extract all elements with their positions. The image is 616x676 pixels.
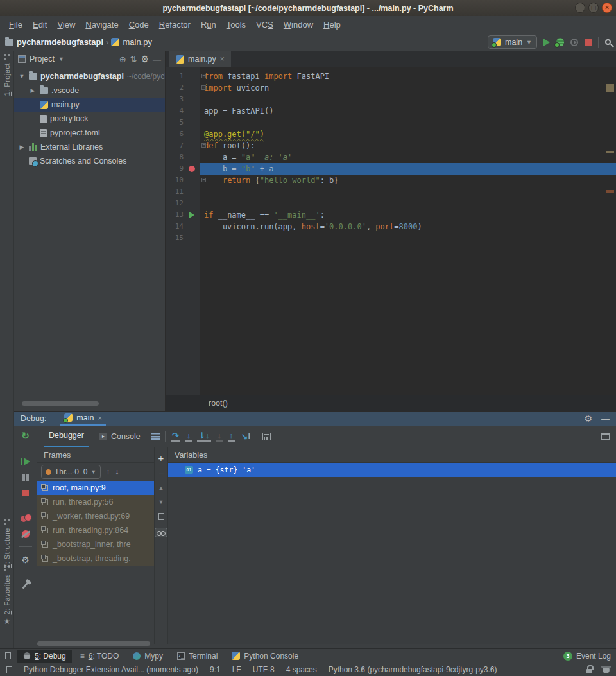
chevron-right-icon[interactable]: ▶ xyxy=(18,144,26,150)
chevron-down-icon[interactable]: ▼ xyxy=(58,56,64,62)
next-frame-icon[interactable]: ↓ xyxy=(115,467,119,476)
fold-icon[interactable]: − xyxy=(201,143,206,148)
duplicate-watch-icon[interactable] xyxy=(158,513,164,520)
menu-item-file[interactable]: File xyxy=(4,17,28,32)
thread-dropdown[interactable]: Thr...-0_0 ▼ xyxy=(41,465,101,479)
project-title[interactable]: Project xyxy=(30,55,55,64)
rerun-icon[interactable]: ↻ xyxy=(21,431,30,440)
gutter-line-12[interactable]: 12 xyxy=(166,198,200,209)
code-line[interactable]: 7−def root(): xyxy=(166,140,616,152)
step-out-icon[interactable]: ↑ xyxy=(228,431,235,442)
coverage-button[interactable] xyxy=(570,39,578,46)
editor-breadcrumb-item[interactable]: root() xyxy=(209,399,228,408)
gutter-line-7[interactable]: 7− xyxy=(166,140,200,152)
view-breakpoints-icon[interactable] xyxy=(21,514,31,522)
gutter-line-5[interactable]: 5 xyxy=(166,117,200,128)
locate-icon[interactable]: ⊕ xyxy=(119,55,126,64)
menu-item-help[interactable]: Help xyxy=(318,17,346,32)
debug-button[interactable] xyxy=(556,38,564,46)
hide-panel-icon[interactable]: — xyxy=(153,55,161,64)
stripe-favorites-button[interactable]: 2: Favorites ★ xyxy=(0,565,14,626)
code-line[interactable]: 6@app.get("/") xyxy=(166,128,616,140)
menu-item-run[interactable]: Run xyxy=(196,17,221,32)
frame-row[interactable]: run, thread.py:56 xyxy=(37,495,154,509)
gutter-line-3[interactable]: 3 xyxy=(166,94,200,105)
chevron-down-icon[interactable]: ▼ xyxy=(18,73,26,80)
close-button[interactable]: ✕ xyxy=(602,3,612,13)
title-bar[interactable]: pycharmdebugfastapi [~/code/pycharmdebug… xyxy=(0,0,616,16)
lock-icon[interactable] xyxy=(586,669,592,673)
collapse-all-icon[interactable]: ⇅ xyxy=(130,55,137,64)
fold-icon[interactable]: − xyxy=(201,74,206,78)
tool-window-toggle-icon[interactable] xyxy=(6,666,12,673)
gear-icon[interactable]: ⚙ xyxy=(141,55,149,64)
step-into-my-code-icon[interactable]: ⇂↓ xyxy=(197,431,210,442)
gutter-line-8[interactable]: 8 xyxy=(166,152,200,163)
search-icon[interactable] xyxy=(605,39,611,45)
code-editor[interactable]: 1−from fastapi import FastAPI2−import uv… xyxy=(166,67,616,395)
evaluate-expression-icon[interactable] xyxy=(262,433,271,440)
restore-layout-icon[interactable] xyxy=(601,433,610,440)
gutter-line-1[interactable]: 1− xyxy=(166,71,200,82)
python-interpreter[interactable]: Python 3.6 (pycharmdebugfastapi-9cdjtyrg… xyxy=(329,665,497,674)
fold-icon[interactable]: − xyxy=(201,178,206,182)
code-line[interactable]: 10− return {"hello world": b} xyxy=(166,175,616,186)
gutter-line-14[interactable]: 14 xyxy=(166,221,200,232)
stop-icon[interactable] xyxy=(22,490,29,496)
gutter-line-11[interactable]: 11 xyxy=(166,186,200,198)
close-icon[interactable]: × xyxy=(220,55,225,64)
stripe-project-button[interactable]: 1: Project xyxy=(0,54,14,96)
editor-tab-mainpy[interactable]: main.py × xyxy=(169,51,231,67)
toolwindow-button-6-todo[interactable]: ≡6: TODO xyxy=(74,650,125,663)
frame-row[interactable]: run, threading.py:864 xyxy=(37,523,154,537)
pin-icon[interactable] xyxy=(22,582,28,589)
error-stripe-breakpoint-dash[interactable] xyxy=(606,190,614,193)
add-watch-icon[interactable]: + xyxy=(158,454,164,463)
frame-row[interactable]: _bootstrap_inner, thre xyxy=(37,537,154,551)
show-watches-icon[interactable] xyxy=(155,528,167,537)
menu-item-refactor[interactable]: Refactor xyxy=(154,17,196,32)
code-line[interactable]: 9 b = "b" + a xyxy=(166,163,616,175)
code-line[interactable]: 8 a = "a" a: 'a' xyxy=(166,152,616,163)
tab-console[interactable]: ▸ Console xyxy=(94,426,146,447)
resume-icon[interactable] xyxy=(21,458,30,465)
code-line[interactable]: 15 xyxy=(166,232,616,244)
error-stripe-warning-dash[interactable] xyxy=(606,151,614,153)
menu-item-view[interactable]: View xyxy=(52,17,80,32)
minimize-button[interactable]: — xyxy=(575,3,585,13)
run-to-cursor-icon[interactable]: ↘I xyxy=(240,432,252,441)
toolwindow-button-python-console[interactable]: Python Console xyxy=(226,650,304,663)
menu-item-code[interactable]: Code xyxy=(124,17,154,32)
tree-item--vscode[interactable]: ▶.vscode xyxy=(14,83,165,98)
breakpoint-icon[interactable] xyxy=(189,166,195,172)
menu-item-navigate[interactable]: Navigate xyxy=(80,17,123,32)
gutter-line-9[interactable]: 9 xyxy=(166,163,200,175)
chevron-right-icon[interactable]: ▶ xyxy=(29,87,37,94)
fold-icon[interactable]: − xyxy=(201,85,206,90)
inspections-profile-icon[interactable] xyxy=(603,666,610,673)
tree-item-main-py[interactable]: main.py xyxy=(14,98,165,112)
code-line[interactable]: 1−from fastapi import FastAPI xyxy=(166,71,616,82)
run-configuration-select[interactable]: main ▼ xyxy=(488,35,537,49)
code-line[interactable]: 5 xyxy=(166,117,616,128)
tab-debugger[interactable]: Debugger xyxy=(44,426,89,447)
threads-view-icon[interactable] xyxy=(151,433,160,440)
step-over-icon[interactable]: ↷ xyxy=(171,431,180,442)
menu-item-edit[interactable]: Edit xyxy=(28,17,52,32)
line-separator[interactable]: LF xyxy=(232,665,241,674)
code-line[interactable]: 3 xyxy=(166,94,616,105)
tool-window-switcher-icon[interactable] xyxy=(5,652,11,659)
gutter-line-15[interactable]: 15 xyxy=(166,232,200,244)
close-icon[interactable]: × xyxy=(98,414,101,422)
caret-position[interactable]: 9:1 xyxy=(210,665,221,674)
gutter-line-2[interactable]: 2− xyxy=(166,82,200,94)
run-gutter-icon[interactable] xyxy=(189,212,194,218)
error-stripe-warning-mark[interactable] xyxy=(606,84,614,92)
breadcrumb-item[interactable]: pycharmdebugfastapi xyxy=(5,37,103,47)
code-line[interactable]: 13if __name__ == '__main__': xyxy=(166,209,616,221)
indent-style[interactable]: 4 spaces xyxy=(286,665,317,674)
tree-item-scratches-and-consoles[interactable]: Scratches and Consoles xyxy=(14,154,165,168)
code-line[interactable]: 12 xyxy=(166,198,616,209)
gutter-line-13[interactable]: 13 xyxy=(166,209,200,221)
toolwindow-button-terminal[interactable]: ›_Terminal xyxy=(171,650,223,663)
